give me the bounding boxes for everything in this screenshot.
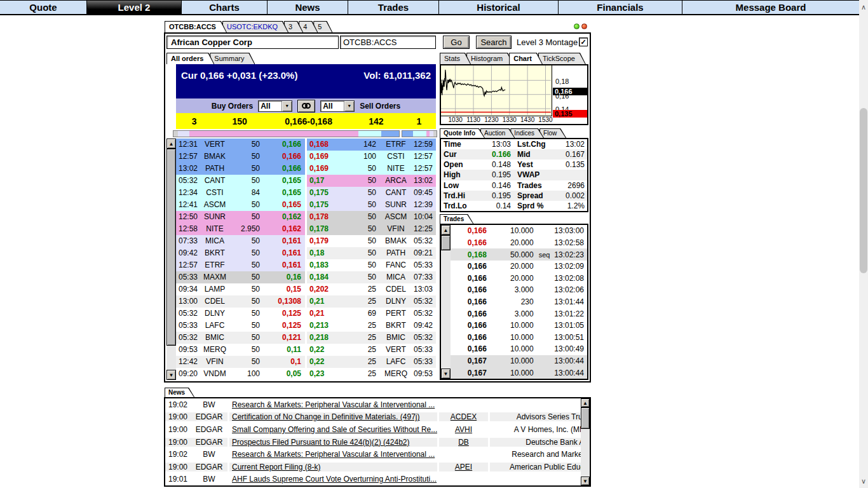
tab-histogram[interactable]: Histogram bbox=[466, 53, 513, 64]
ask-size: 50 bbox=[340, 247, 381, 259]
nav-item-charts[interactable]: Charts bbox=[182, 1, 268, 14]
bid-time: 09:34 bbox=[176, 283, 200, 295]
news-ticker-link[interactable]: ACDEX bbox=[437, 412, 488, 421]
order-filter-row: Buy Orders All ▼ All ▼ Sell Orders bbox=[176, 98, 436, 113]
depth-segment bbox=[433, 131, 437, 137]
news-ticker-link[interactable]: APEI bbox=[437, 463, 488, 471]
tab-auction[interactable]: Auction bbox=[480, 128, 515, 138]
ask-size: 142 bbox=[340, 139, 381, 151]
trade-time: 13:01:05 bbox=[554, 321, 587, 330]
trade-size: 10.000 bbox=[487, 356, 534, 365]
dropdown-arrow-icon[interactable]: ▼ bbox=[281, 101, 292, 111]
ask-price: 0,169 bbox=[307, 163, 340, 175]
orderbook-row: 09:20VNDM1000,050,2325MERQ09:53 bbox=[176, 368, 436, 380]
scrollbar-thumb[interactable] bbox=[441, 235, 451, 250]
bid-size: 50 bbox=[229, 259, 265, 271]
tab-label: OTCBB:ACCS bbox=[165, 22, 226, 32]
quote-info-row: Trd.Lo0.14Sprd %1.2% bbox=[441, 201, 587, 211]
bid-price: 0,165 bbox=[265, 199, 305, 211]
trade-time: 13:02:06 bbox=[554, 285, 587, 294]
tab-quote-info[interactable]: Quote Info bbox=[440, 128, 485, 138]
trades-scrollbar[interactable]: ▲ ▼ bbox=[441, 225, 451, 379]
search-button[interactable]: Search bbox=[476, 36, 512, 49]
bid-size: 2.950 bbox=[229, 223, 265, 235]
news-row: 19:01BWAHF Lauds Supreme Court Vote Over… bbox=[165, 473, 590, 485]
tab-news[interactable]: News bbox=[165, 388, 194, 397]
symbol-input[interactable] bbox=[340, 36, 436, 49]
scroll-down-icon[interactable]: ∨ bbox=[859, 475, 868, 487]
nav-item-level-2[interactable]: Level 2 bbox=[87, 1, 182, 14]
depth-segment bbox=[173, 131, 178, 137]
orderbook-scrollbar[interactable]: ▲ ▼ bbox=[166, 139, 176, 380]
tab-usotc-ekdkq[interactable]: USOTC:EKDKQ bbox=[222, 21, 288, 32]
nav-item-quote[interactable]: Quote bbox=[0, 1, 87, 14]
tab-trades[interactable]: Trades bbox=[440, 214, 473, 224]
orderbook: 12:31VERT500,1660,168142ETRF12:5912:57BM… bbox=[176, 139, 436, 380]
nav-item-trades[interactable]: Trades bbox=[348, 1, 439, 14]
level2-panel: African Copper Corp Go Search Level 3 Mo… bbox=[164, 32, 591, 383]
nav-item-news[interactable]: News bbox=[268, 1, 348, 14]
quote-info-row: Open0.148Yest0.135 bbox=[441, 159, 587, 170]
buy-filter-dropdown[interactable]: All ▼ bbox=[258, 100, 292, 112]
bid-mmid: MAXM bbox=[200, 271, 229, 283]
news-headline-link[interactable]: Current Report Filing (8-k) bbox=[227, 463, 437, 471]
news-headline-link[interactable]: Research & Markets: Peripheral Vascular … bbox=[227, 400, 437, 409]
ask-time: 12:59 bbox=[410, 139, 436, 151]
tab-summary[interactable]: Summary bbox=[210, 53, 255, 64]
bid-price: 0,165 bbox=[265, 187, 305, 199]
tab-label: Stats bbox=[440, 53, 470, 64]
level3-montage-checkbox[interactable]: ✓ bbox=[579, 37, 588, 46]
browser-scrollbar[interactable]: ∧ ∨ bbox=[859, 0, 868, 488]
scroll-up-button[interactable]: ▲ bbox=[166, 139, 176, 149]
news-headline-link[interactable]: Small Company Offering and Sale of Secur… bbox=[227, 425, 437, 434]
bid-size: 50 bbox=[229, 199, 265, 211]
scrollbar-thumb[interactable] bbox=[166, 149, 176, 346]
bid-price: 0,165 bbox=[265, 175, 305, 187]
ask-time: 05:33 bbox=[410, 356, 436, 368]
scroll-down-button[interactable]: ▼ bbox=[581, 477, 590, 485]
tab-otcbb-accs[interactable]: OTCBB:ACCS bbox=[165, 21, 227, 32]
trade-time: 13:01:22 bbox=[554, 309, 587, 318]
news-scrollbar[interactable]: ▲ ▼ bbox=[581, 398, 590, 485]
tab-label: Flow bbox=[540, 129, 566, 138]
tab-flow[interactable]: Flow bbox=[539, 128, 566, 138]
chart-x-axis: 103011301230133014301530 bbox=[441, 116, 552, 124]
x-tick-label: 1330 bbox=[501, 116, 519, 123]
news-ticker-link[interactable]: DB bbox=[437, 438, 488, 447]
bid-mmid: LAMP bbox=[200, 283, 229, 295]
go-button[interactable]: Go bbox=[443, 36, 470, 49]
tab-tickscope[interactable]: TickScope bbox=[538, 53, 586, 64]
bid-price: 0,161 bbox=[265, 247, 305, 259]
tab-all-orders[interactable]: All orders bbox=[166, 53, 214, 64]
link-filters-button[interactable] bbox=[297, 100, 315, 112]
orderbook-row: 09:53MERQ500,110,2225VERT05:33 bbox=[176, 344, 436, 356]
news-ticker-link[interactable]: AVHI bbox=[437, 425, 488, 434]
tab-stats[interactable]: Stats bbox=[440, 53, 471, 64]
nav-item-historical[interactable]: Historical bbox=[439, 1, 559, 14]
bid-mmid: MERQ bbox=[200, 344, 229, 356]
scroll-down-button[interactable]: ▼ bbox=[441, 369, 451, 379]
dropdown-arrow-icon[interactable]: ▼ bbox=[344, 101, 354, 111]
scroll-up-button[interactable]: ▲ bbox=[581, 398, 590, 407]
nav-item-financials[interactable]: Financials bbox=[559, 1, 682, 14]
trade-time: 13:02:09 bbox=[554, 262, 587, 271]
scroll-up-icon[interactable]: ∧ bbox=[859, 1, 868, 13]
news-headline-link[interactable]: AHF Lauds Supreme Court Vote Overturning… bbox=[227, 475, 437, 484]
ask-mmid: LAFC bbox=[381, 356, 410, 368]
scroll-down-button[interactable]: ▼ bbox=[166, 370, 176, 380]
quote-info-row: Time13:03Lst.Chg13:02 bbox=[441, 139, 587, 149]
trade-size: 50.000 bbox=[487, 250, 534, 259]
tab-indices[interactable]: Indices bbox=[510, 128, 544, 138]
ask-size: 50 bbox=[340, 211, 381, 223]
bid-price: 0,1308 bbox=[265, 295, 305, 308]
nav-item-message-board[interactable]: Message Board bbox=[682, 1, 859, 14]
scroll-up-button[interactable]: ▲ bbox=[441, 225, 451, 235]
sell-filter-dropdown[interactable]: All ▼ bbox=[320, 100, 355, 112]
scrollbar-thumb[interactable] bbox=[581, 407, 590, 429]
news-headline-link[interactable]: Research & Markets: Peripheral Vascular … bbox=[227, 450, 437, 459]
news-headline-link[interactable]: Prospectus Filed Pursuant to Rule 424(b)… bbox=[227, 438, 437, 447]
scrollbar-thumb[interactable] bbox=[860, 108, 867, 273]
news-headline-link[interactable]: Certification of No Change in Definitive… bbox=[227, 412, 437, 421]
tab-chart[interactable]: Chart bbox=[509, 53, 543, 64]
bid-price: 0,1 bbox=[265, 356, 305, 368]
